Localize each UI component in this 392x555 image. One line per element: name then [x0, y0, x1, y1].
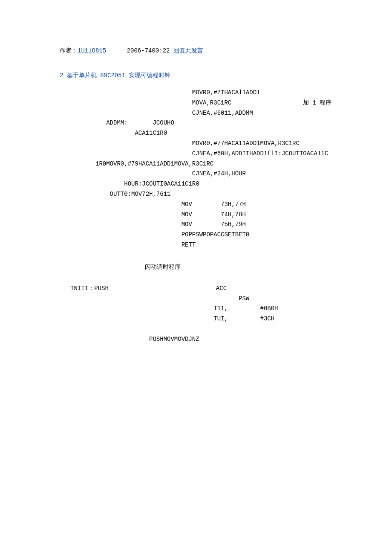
code-line: CJNEA,#6011,ADDMM	[60, 110, 253, 116]
code-line: OUTT0:MOV72H,7611	[60, 191, 170, 198]
code-line: CJNEA,#60H,ADDIIHADD1flI:JCOUTTOACA11C	[60, 150, 328, 157]
code-line: TNIII：PUSH ACC	[60, 285, 227, 292]
code-line: T11, #0B0H	[60, 305, 278, 312]
code-line: PUSHMOVMOVDJNZ	[60, 336, 199, 343]
code-line: CJNEA,#24H,HOUR	[60, 170, 246, 177]
author-line: 作者：lU1lO815 2006-7400:22 回复此发言	[60, 47, 332, 55]
code-line: TUI, #3CH	[60, 315, 274, 322]
code-line: RETT	[60, 241, 196, 248]
section-label: 闪动调时程序	[145, 263, 332, 271]
code-line: POPPSWPOPACCSETBET0	[60, 231, 249, 238]
code-line: MOV 73H,77H	[60, 201, 246, 208]
code-line: MOVR0,#77HACA11ADD1MOVA,R3C1RC	[60, 140, 300, 147]
document-content: 作者：lU1lO815 2006-7400:22 回复此发言 2 基于单片机 8…	[0, 0, 392, 345]
code-block-2: TNIII：PUSH ACC PSW T11, #0B0H	[60, 284, 332, 345]
code-line: 1R0MOVR0,#79HACA11ADD1MOVA,R3C1RC	[60, 160, 213, 167]
reply-link[interactable]: 回复此发言	[173, 47, 203, 54]
code-line: MOVA,R3C1RC 加 1 程序	[60, 99, 332, 106]
post-title: 2 基于单片机 89C2051 实现可编程时钟	[60, 72, 332, 79]
author-link[interactable]: lU1lO815	[78, 47, 106, 54]
code-line: MOV 74H,78H	[60, 211, 246, 218]
code-line: ADDMM: JCOUHO	[60, 119, 174, 126]
code-line: PSW	[60, 295, 249, 302]
code-line: HOUR:JCOUTI0ACA11C1R0	[60, 180, 199, 187]
author-label: 作者：	[60, 47, 78, 54]
code-line: MOV 75H,79H	[60, 221, 246, 228]
code-block-1: MOVR0,#7IHACAl1ADD1 MOVA,R3C1RC 加 1 程序 C…	[60, 88, 332, 250]
post-timestamp: 2006-7400:22	[127, 47, 170, 54]
code-line: MOVR0,#7IHACAl1ADD1	[60, 89, 260, 96]
code-line: ACA11C1R0	[60, 130, 167, 137]
